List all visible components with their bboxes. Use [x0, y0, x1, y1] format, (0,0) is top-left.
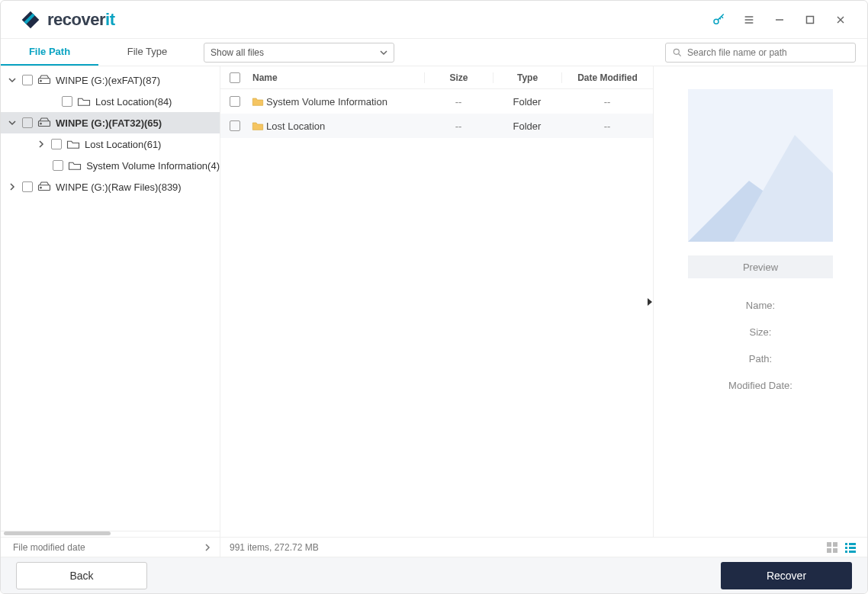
meta-size: Size:: [750, 326, 772, 338]
logo-icon: [20, 9, 41, 31]
row-size: --: [424, 120, 493, 132]
footer: Back Recover: [1, 557, 867, 593]
preview-meta: Name: Size: Path: Modified Date:: [669, 300, 852, 391]
table-row[interactable]: System Volume Information--Folder--: [220, 89, 653, 114]
col-date[interactable]: Date Modified: [561, 72, 653, 83]
chevron-down-icon: [380, 49, 387, 56]
row-name: System Volume Information: [266, 96, 424, 108]
svg-rect-7: [807, 16, 814, 23]
tree-item-label: System Volume Information(4): [86, 160, 220, 172]
row-type: Folder: [493, 120, 561, 132]
svg-point-15: [40, 123, 42, 124]
drive-icon: [37, 75, 51, 85]
folder-tree[interactable]: WINPE (G:)(exFAT)(87)Lost Location(84)WI…: [1, 66, 220, 537]
tree-item[interactable]: WINPE (G:)(exFAT)(87): [1, 69, 220, 91]
tree-checkbox[interactable]: [62, 96, 72, 107]
main-body: WINPE (G:)(exFAT)(87)Lost Location(84)WI…: [1, 66, 867, 537]
row-name: Lost Location: [266, 120, 424, 132]
search-box[interactable]: [665, 43, 856, 63]
filter-dropdown[interactable]: Show all files: [204, 43, 394, 63]
tree-item-label: WINPE (G:)(exFAT)(87): [56, 75, 160, 86]
chevron-right-icon: [204, 544, 211, 551]
tree-item-label: WINPE (G:)(FAT32)(65): [56, 117, 162, 129]
tree-checkbox[interactable]: [53, 160, 63, 171]
svg-rect-24: [827, 548, 831, 553]
svg-rect-22: [827, 542, 831, 547]
filter-label: Show all files: [211, 47, 264, 58]
tree-item-label: WINPE (G:)(Raw Files)(839): [56, 181, 182, 193]
folder-icon: [249, 120, 266, 131]
folder-icon: [68, 160, 82, 171]
date-filter-button[interactable]: File modified date: [1, 538, 220, 557]
chevron-down-icon[interactable]: [7, 76, 18, 84]
search-input[interactable]: [687, 47, 849, 58]
row-date: --: [561, 120, 653, 132]
activate-key-button[interactable]: [703, 5, 734, 35]
tree-checkbox[interactable]: [51, 139, 62, 149]
table-row[interactable]: Lost Location--Folder--: [220, 114, 653, 138]
svg-rect-28: [845, 547, 847, 549]
view-grid-button[interactable]: [826, 541, 838, 554]
status-summary: 991 items, 272.72 MB: [220, 542, 814, 553]
col-name[interactable]: Name: [249, 72, 424, 83]
date-filter-label: File modified date: [13, 542, 85, 553]
chevron-down-icon[interactable]: [7, 119, 18, 127]
view-list-button[interactable]: [844, 541, 857, 554]
tree-item[interactable]: WINPE (G:)(FAT32)(65): [1, 112, 220, 133]
svg-point-10: [674, 49, 679, 54]
svg-rect-25: [833, 548, 837, 553]
svg-rect-26: [845, 543, 847, 545]
tree-item[interactable]: WINPE (G:)(Raw Files)(839): [1, 176, 220, 197]
select-all-checkbox[interactable]: [230, 72, 240, 83]
toolbar: File Path File Type Show all files: [1, 39, 867, 66]
recover-button[interactable]: Recover: [721, 562, 852, 589]
tree-item-label: Lost Location(84): [95, 96, 172, 108]
col-size[interactable]: Size: [424, 72, 493, 83]
svg-rect-27: [849, 543, 856, 545]
file-list-header: Name Size Type Date Modified: [220, 66, 653, 89]
app-logo: recoverit: [20, 9, 114, 31]
minimize-button[interactable]: [764, 5, 795, 35]
menu-button[interactable]: [734, 5, 764, 35]
drive-icon: [37, 117, 51, 128]
back-button[interactable]: Back: [16, 562, 147, 589]
tree-item[interactable]: Lost Location(84): [1, 91, 220, 112]
svg-rect-30: [845, 551, 847, 553]
tree-checkbox[interactable]: [22, 181, 33, 192]
tab-file-type[interactable]: File Type: [98, 39, 196, 66]
row-type: Folder: [493, 96, 561, 108]
view-tabs: File Path File Type: [1, 39, 196, 66]
preview-panel: Preview Name: Size: Path: Modified Date:: [654, 66, 867, 537]
svg-rect-23: [833, 542, 837, 547]
maximize-button[interactable]: [795, 5, 825, 35]
row-checkbox[interactable]: [230, 96, 240, 107]
meta-path: Path:: [749, 353, 772, 364]
close-button[interactable]: [825, 5, 856, 35]
app-name: recoverit: [47, 10, 114, 30]
chevron-right-icon[interactable]: [7, 183, 18, 191]
status-bar: File modified date 991 items, 272.72 MB: [1, 537, 867, 557]
tree-checkbox[interactable]: [22, 117, 33, 128]
tree-checkbox[interactable]: [22, 75, 33, 85]
tree-scrollbar[interactable]: [1, 531, 220, 537]
tree-item[interactable]: Lost Location(61): [1, 133, 220, 155]
meta-name: Name:: [746, 300, 775, 311]
folder-icon: [249, 96, 266, 107]
tab-file-path[interactable]: File Path: [1, 39, 98, 66]
row-size: --: [424, 96, 493, 108]
meta-modified: Modified Date:: [728, 380, 792, 391]
row-checkbox[interactable]: [230, 120, 240, 131]
chevron-right-icon[interactable]: [36, 140, 47, 148]
tree-item[interactable]: System Volume Information(4): [1, 155, 220, 176]
folder-icon: [66, 139, 80, 149]
col-type[interactable]: Type: [493, 72, 561, 83]
file-list: Name Size Type Date Modified System Volu…: [220, 66, 654, 537]
svg-point-13: [40, 80, 42, 82]
search-icon: [672, 47, 683, 58]
tree-item-label: Lost Location(61): [85, 139, 161, 150]
preview-button[interactable]: Preview: [688, 255, 833, 278]
folder-icon: [77, 96, 91, 107]
drive-icon: [37, 181, 51, 192]
titlebar: recoverit: [1, 1, 867, 39]
panel-collapse-handle[interactable]: [646, 295, 654, 309]
